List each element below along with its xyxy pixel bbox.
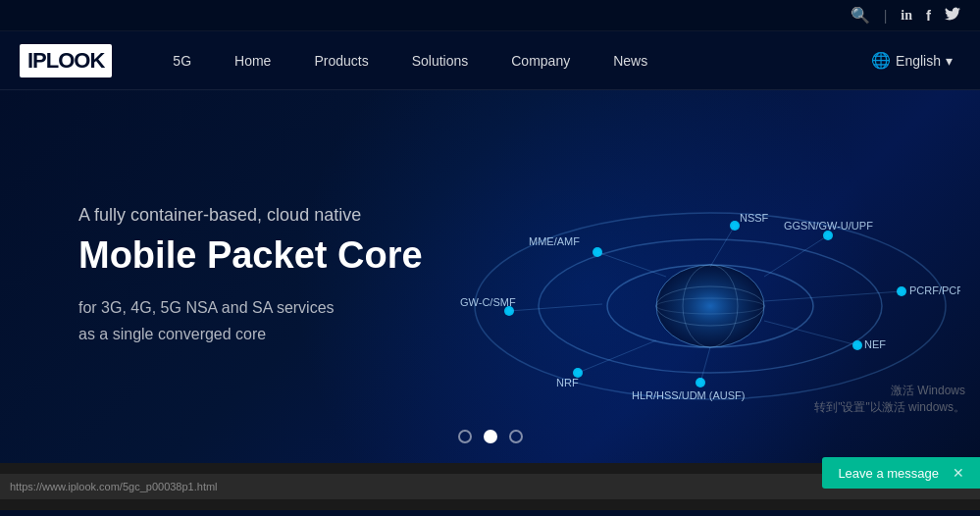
svg-text:NEF: NEF	[864, 338, 886, 350]
carousel-dots	[458, 430, 523, 443]
nav-item-solutions[interactable]: Solutions	[390, 31, 490, 90]
chat-widget[interactable]: Leave a message ✕	[822, 457, 980, 489]
nav-links: 5G Home Products Solutions Company News	[151, 31, 863, 90]
nav-item-home[interactable]: Home	[213, 31, 292, 90]
twitter-icon[interactable]	[945, 7, 960, 24]
carousel-dot-2[interactable]	[484, 430, 497, 443]
chat-close-icon[interactable]: ✕	[953, 465, 964, 481]
svg-point-32	[732, 223, 738, 229]
windows-watermark-line1: 激活 Windows	[814, 383, 965, 399]
svg-line-8	[597, 252, 666, 277]
nav-right: 🌐 English ▾	[863, 47, 960, 74]
svg-point-36	[854, 342, 860, 348]
svg-text:PCRF/PCF: PCRF/PCF	[909, 284, 960, 296]
navbar: IPLOOK 5G Home Products Solutions Compan…	[0, 31, 980, 90]
svg-point-38	[697, 380, 703, 386]
language-label: English	[896, 53, 941, 69]
globe-icon: 🌐	[871, 51, 891, 70]
svg-point-3	[656, 265, 764, 347]
svg-point-35	[506, 308, 512, 314]
carousel-dot-1[interactable]	[458, 430, 472, 443]
svg-text:HLR/HSS/UDM (AUSF): HLR/HSS/UDM (AUSF)	[632, 389, 746, 401]
chevron-down-icon: ▾	[946, 53, 953, 69]
svg-text:GGSN/GW-U/UPF: GGSN/GW-U/UPF	[784, 220, 873, 232]
nav-item-news[interactable]: News	[592, 31, 669, 90]
svg-point-34	[899, 288, 904, 294]
svg-line-11	[710, 226, 735, 267]
nav-item-company[interactable]: Company	[490, 31, 592, 90]
linkedin-icon[interactable]: in	[901, 8, 912, 24]
svg-point-37	[575, 370, 581, 376]
language-selector[interactable]: 🌐 English ▾	[863, 47, 960, 74]
url-text: https://www.iplook.com/5gc_p00038p1.html	[10, 481, 218, 492]
svg-text:MME/AMF: MME/AMF	[529, 235, 580, 247]
nav-item-5g[interactable]: 5G	[151, 31, 213, 90]
svg-line-23	[764, 321, 857, 345]
svg-point-31	[594, 249, 600, 255]
carousel-dot-3[interactable]	[509, 430, 523, 443]
hero-desc-line1: for 3G, 4G, 5G NSA and SA services	[78, 299, 335, 316]
hero-text: A fully container-based, cloud native Mo…	[78, 205, 423, 347]
hero-subtitle: A fully container-based, cloud native	[78, 205, 423, 226]
svg-line-29	[700, 347, 710, 383]
svg-point-33	[825, 232, 831, 238]
search-icon[interactable]: 🔍	[851, 6, 870, 25]
svg-text:GW-C/SMF: GW-C/SMF	[460, 296, 516, 308]
svg-text:NRF: NRF	[556, 377, 579, 388]
windows-watermark-line2: 转到"设置"以激活 windows。	[814, 399, 965, 416]
svg-text:NSSF: NSSF	[740, 212, 769, 224]
top-bar: 🔍 | in f	[0, 0, 980, 31]
facebook-icon[interactable]: f	[926, 7, 931, 24]
svg-line-20	[509, 304, 602, 311]
logo-text: IPLOOK	[20, 44, 112, 77]
logo[interactable]: IPLOOK	[20, 44, 112, 77]
chat-label: Leave a message	[838, 466, 939, 481]
hero-description: for 3G, 4G, 5G NSA and SA services as a …	[78, 294, 423, 347]
svg-line-14	[764, 235, 828, 277]
hero-title: Mobile Packet Core	[78, 235, 423, 277]
nav-item-products[interactable]: Products	[292, 31, 389, 90]
hero-section: A fully container-based, cloud native Mo…	[0, 90, 980, 463]
hero-desc-line2: as a single converged core	[78, 326, 266, 342]
windows-watermark: 激活 Windows 转到"设置"以激活 windows。	[814, 383, 965, 416]
divider: |	[884, 8, 888, 24]
